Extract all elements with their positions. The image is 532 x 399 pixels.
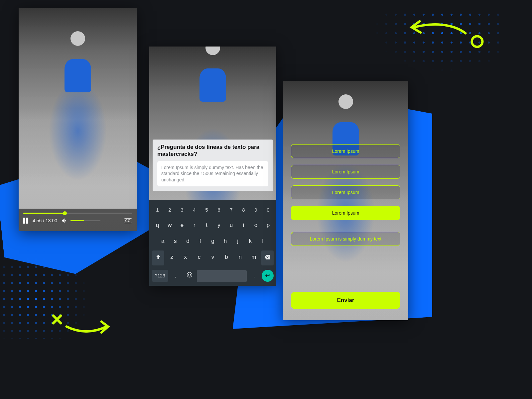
- key-r[interactable]: r: [189, 219, 200, 232]
- video-seek-fill: [23, 213, 65, 214]
- screen-question-input: ¿Pregunta de dos lineas de texto para ma…: [149, 47, 276, 286]
- key-h[interactable]: h: [220, 235, 231, 248]
- key-9[interactable]: 9: [250, 204, 261, 216]
- key-6[interactable]: 6: [213, 204, 224, 216]
- key-d[interactable]: d: [182, 235, 194, 248]
- quiz-option-5[interactable]: Lorem Ipsum is simply dummy text: [291, 232, 400, 246]
- shift-key[interactable]: [152, 250, 164, 265]
- video-controls-bar: 4:56 / 13:00 CC: [19, 209, 137, 231]
- volume-icon: [61, 217, 68, 224]
- screen-quiz-options: Lorem IpsumLorem IpsumLorem IpsumLorem I…: [283, 81, 408, 320]
- key-j[interactable]: j: [232, 235, 243, 248]
- key-8[interactable]: 8: [238, 204, 249, 216]
- doodle-arrow-left: [402, 13, 489, 54]
- key-w[interactable]: w: [164, 219, 175, 232]
- video-seek-track[interactable]: [23, 213, 132, 214]
- video-seek-knob[interactable]: [63, 211, 67, 215]
- question-card: ¿Pregunta de dos lineas de texto para ma…: [153, 140, 273, 191]
- doodle-arrow-right: [48, 311, 115, 342]
- svg-point-2: [190, 274, 191, 275]
- key-q[interactable]: q: [152, 219, 163, 232]
- quiz-options-list: Lorem IpsumLorem IpsumLorem IpsumLorem I…: [291, 144, 400, 246]
- backspace-key[interactable]: [261, 250, 274, 265]
- key-i[interactable]: i: [238, 219, 249, 232]
- key-a[interactable]: a: [157, 235, 169, 248]
- key-0[interactable]: 0: [263, 204, 274, 216]
- key-2[interactable]: 2: [164, 204, 175, 216]
- key-3[interactable]: 3: [177, 204, 188, 216]
- key-e[interactable]: e: [177, 219, 188, 232]
- key-z[interactable]: z: [166, 250, 178, 265]
- spacebar-key[interactable]: [197, 270, 246, 282]
- key-v[interactable]: v: [206, 250, 219, 265]
- runner-figure: [55, 81, 101, 181]
- key-t[interactable]: t: [201, 219, 212, 232]
- question-text: ¿Pregunta de dos lineas de texto para ma…: [157, 144, 268, 158]
- svg-point-3: [472, 36, 482, 47]
- volume-fill: [70, 220, 84, 221]
- key-c[interactable]: c: [193, 250, 205, 265]
- svg-point-1: [188, 274, 189, 275]
- submit-button[interactable]: Enviar: [291, 292, 400, 309]
- emoji-icon: [186, 271, 193, 278]
- quiz-option-3[interactable]: Lorem Ipsum: [291, 185, 400, 199]
- svg-point-0: [187, 272, 192, 277]
- key-b[interactable]: b: [220, 250, 233, 265]
- comma-key[interactable]: ,: [170, 269, 182, 282]
- key-5[interactable]: 5: [201, 204, 212, 216]
- video-time-display: 4:56 / 13:00: [33, 218, 57, 223]
- key-l[interactable]: l: [257, 235, 269, 248]
- answer-textarea[interactable]: Lorem Ipsum is simply dummy text. Has be…: [157, 161, 268, 187]
- screen-video-player: 4:56 / 13:00 CC: [19, 8, 137, 231]
- key-u[interactable]: u: [226, 219, 237, 232]
- key-x[interactable]: x: [179, 250, 192, 265]
- key-m[interactable]: m: [248, 250, 260, 265]
- volume-track[interactable]: [70, 220, 100, 221]
- enter-key[interactable]: [262, 270, 274, 282]
- onscreen-keyboard: 1234567890 qwertyuiop asdfghjkl zxcvbnm …: [149, 200, 276, 286]
- key-g[interactable]: g: [207, 235, 218, 248]
- key-y[interactable]: y: [213, 219, 224, 232]
- key-k[interactable]: k: [245, 235, 256, 248]
- period-key[interactable]: .: [248, 269, 260, 282]
- quiz-option-4[interactable]: Lorem Ipsum: [291, 206, 400, 220]
- key-o[interactable]: o: [250, 219, 261, 232]
- quiz-option-1[interactable]: Lorem Ipsum: [291, 144, 400, 158]
- quiz-option-2[interactable]: Lorem Ipsum: [291, 165, 400, 179]
- emoji-key[interactable]: [183, 268, 196, 283]
- key-s[interactable]: s: [170, 235, 181, 248]
- key-4[interactable]: 4: [189, 204, 200, 216]
- key-1[interactable]: 1: [152, 204, 163, 216]
- enter-icon: [265, 273, 271, 279]
- key-f[interactable]: f: [195, 235, 206, 248]
- pause-button[interactable]: [23, 218, 29, 224]
- symbols-key[interactable]: ?123: [152, 270, 168, 282]
- key-n[interactable]: n: [234, 250, 246, 265]
- key-p[interactable]: p: [263, 219, 274, 232]
- closed-captions-button[interactable]: CC: [124, 218, 132, 223]
- volume-control[interactable]: [61, 217, 100, 224]
- key-7[interactable]: 7: [226, 204, 237, 216]
